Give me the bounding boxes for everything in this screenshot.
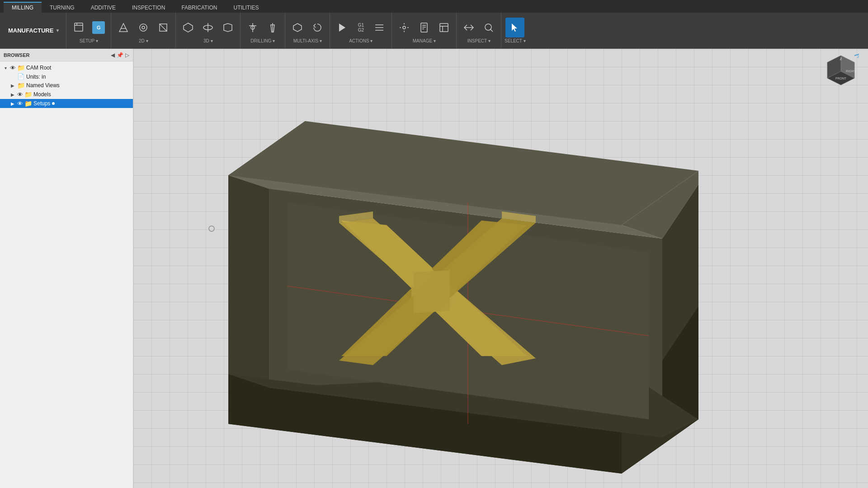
tree-eye-setups[interactable]: 👁 [16,100,24,107]
manage-btn3[interactable] [434,18,453,38]
3d-btn1[interactable] [179,18,198,38]
manage-buttons [395,18,453,38]
tree-item-units[interactable]: 📄 Units: in [0,72,133,81]
select-group: SELECT ▾ [501,13,528,48]
tab-additive[interactable]: ADDITIVE [83,2,124,13]
manage-group: MANAGE ▾ [392,13,457,48]
svg-rect-0 [75,23,83,31]
browser-title: BROWSER [4,52,111,58]
top-tabs: MILLING TURNING ADDITIVE INSPECTION FABR… [0,0,868,13]
cursor-dot [52,102,55,105]
3d-icon1 [183,22,193,33]
svg-point-3 [142,26,145,29]
svg-text:Z: Z [857,55,859,59]
tree-expand-cam-root[interactable]: ▾ [2,66,9,70]
tree-expand-named-views[interactable]: ▶ [9,83,16,88]
inspect-btn2[interactable] [479,18,498,38]
svg-rect-21 [440,23,448,32]
tab-inspection[interactable]: INSPECTION [124,2,173,13]
3d-buttons [179,18,237,38]
tree-label-setups: Setups [33,100,50,107]
2d-label: 2D ▾ [139,38,148,43]
2d-btn1[interactable] [114,18,133,38]
tree-label-named-views: Named Views [26,82,60,89]
3d-model-svg [133,49,868,488]
2d-buttons [114,18,173,38]
manage-icon3 [439,22,449,33]
3d-btn2[interactable] [198,18,217,38]
simulate-btn[interactable] [333,18,352,38]
2d-icon2 [138,22,149,33]
tree-folder-cam-root: 📁 [16,64,25,71]
multiaxis-btn2[interactable] [308,18,327,38]
main-area: BROWSER ◀ 📌 ▷ ▾ 👁 📁 CAM Root 📄 Units: in [0,49,868,488]
tree-item-cam-root[interactable]: ▾ 👁 📁 CAM Root [0,63,133,72]
tree-file-units: 📄 [16,73,25,80]
svg-text:RIGHT: RIGHT [846,70,856,73]
rim-left [228,175,269,388]
tab-utilities[interactable]: UTILITIES [226,2,267,13]
tree-eye-cam-root[interactable]: 👁 [9,65,16,71]
select-btn[interactable] [505,18,524,38]
tree-expand-models[interactable]: ▶ [9,92,16,97]
inspect-group: INSPECT ▾ [457,13,501,48]
manage-label: MANAGE ▾ [413,38,436,43]
multiaxis-icon1 [292,22,303,33]
svg-rect-17 [421,23,427,32]
manage-btn2[interactable] [415,18,434,38]
3d-btn3[interactable] [218,18,237,38]
svg-point-25 [485,24,491,30]
viewport[interactable]: FRONT RIGHT Z Z [133,49,868,488]
2d-btn2[interactable] [134,18,153,38]
drilling-buttons [243,18,282,38]
actions-label: ACTIONS ▾ [349,38,373,43]
cursor-icon [509,22,520,33]
browser-expand-btn[interactable]: ▷ [125,52,129,58]
inspect-icon1 [463,22,474,33]
svg-point-16 [403,26,406,29]
inspect-buttons [459,18,498,38]
multiaxis-group: MULTI-AXIS ▾ [285,13,330,48]
browser-pin-btn[interactable]: 📌 [117,52,123,58]
tree-expand-setups[interactable]: ▶ [9,101,16,106]
tree-item-named-views[interactable]: ▶ 📁 Named Views [0,81,133,90]
multiaxis-label: MULTI-AXIS ▾ [293,38,322,43]
drilling-btn1[interactable] [243,18,262,38]
tree-label-units: Units: in [26,74,46,80]
list-btn[interactable] [370,18,389,38]
setup-btn[interactable] [69,18,88,38]
inspect-btn1[interactable] [459,18,478,38]
g1-icon: G1 G2 [358,23,364,33]
svg-marker-12 [339,23,345,32]
manage-icon2 [419,22,429,33]
tree-label-cam-root: CAM Root [26,65,51,71]
tab-turning[interactable]: TURNING [42,2,83,13]
multiaxis-icon2 [312,22,323,33]
tree-item-setups[interactable]: ▶ 👁 📁 Setups [0,99,133,108]
toolbar: MANUFACTURE ▼ G SETUP ▾ [0,13,868,49]
tree-folder-models: 📁 [24,91,33,98]
svg-text:FRONT: FRONT [835,77,847,80]
manage-btn1[interactable] [395,18,414,38]
tree-eye-models[interactable]: 👁 [16,91,24,98]
2d-icon1 [118,22,129,33]
axis-cube: FRONT RIGHT Z Z [823,53,859,89]
multiaxis-btn1[interactable] [288,18,307,38]
inspect-label: INSPECT ▾ [467,38,491,43]
3d-icon2 [203,22,213,33]
tree-item-models[interactable]: ▶ 👁 📁 Models [0,90,133,99]
tab-fabrication[interactable]: FABRICATION [173,2,225,13]
setup-buttons: G [69,18,108,38]
3d-icon3 [222,22,233,33]
tree-folder-named-views: 📁 [16,82,25,89]
manufacture-button[interactable]: MANUFACTURE ▼ [5,14,63,47]
g-code-btn[interactable]: G [89,18,108,38]
drilling-btn2[interactable] [263,18,282,38]
2d-btn3[interactable] [154,18,173,38]
svg-text:Z: Z [840,57,842,61]
svg-marker-28 [414,270,450,313]
tab-milling[interactable]: MILLING [4,2,42,13]
manufacture-arrow: ▼ [55,28,60,33]
g1-btn[interactable]: G1 G2 [353,19,369,36]
browser-back-btn[interactable]: ◀ [111,52,115,58]
